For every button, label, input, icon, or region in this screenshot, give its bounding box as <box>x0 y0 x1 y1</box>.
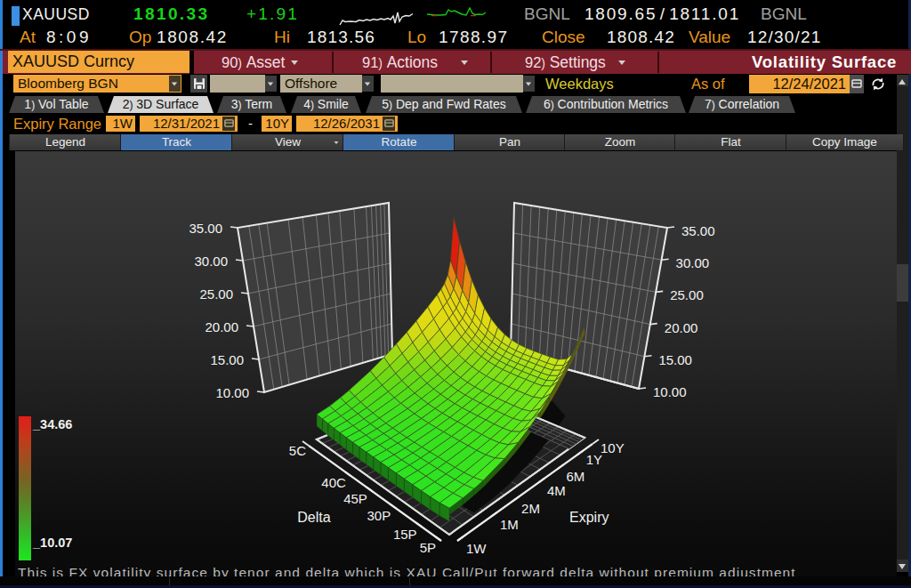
svg-text:5P: 5P <box>420 540 436 555</box>
svg-text:30P: 30P <box>367 508 391 523</box>
svg-text:Delta: Delta <box>297 510 330 525</box>
svg-text:_34.66: _34.66 <box>32 417 72 431</box>
svg-text:6M: 6M <box>567 469 585 484</box>
svg-text:20.00: 20.00 <box>205 319 238 334</box>
svg-text:35.00: 35.00 <box>189 221 222 236</box>
svg-text:25.00: 25.00 <box>670 287 704 302</box>
svg-text:35.00: 35.00 <box>681 223 715 238</box>
svg-text:10.00: 10.00 <box>653 384 687 399</box>
svg-text:1M: 1M <box>500 517 519 532</box>
svg-text:30.00: 30.00 <box>676 255 710 270</box>
svg-text:45P: 45P <box>343 491 367 506</box>
svg-text:10.00: 10.00 <box>215 385 249 400</box>
svg-text:2M: 2M <box>521 501 540 516</box>
svg-text:4M: 4M <box>547 483 566 498</box>
svg-text:_10.07: _10.07 <box>32 536 72 550</box>
svg-text:15.00: 15.00 <box>210 352 244 367</box>
svg-text:25.00: 25.00 <box>199 286 233 302</box>
svg-text:40C: 40C <box>321 475 346 490</box>
svg-text:Expiry: Expiry <box>569 510 609 525</box>
svg-text:15.00: 15.00 <box>658 352 692 367</box>
svg-text:20.00: 20.00 <box>665 320 698 335</box>
svg-text:30.00: 30.00 <box>194 254 228 269</box>
svg-text:5C: 5C <box>289 443 306 458</box>
svg-text:1W: 1W <box>466 541 487 556</box>
svg-text:15P: 15P <box>393 527 417 542</box>
svg-text:10Y: 10Y <box>601 440 625 455</box>
